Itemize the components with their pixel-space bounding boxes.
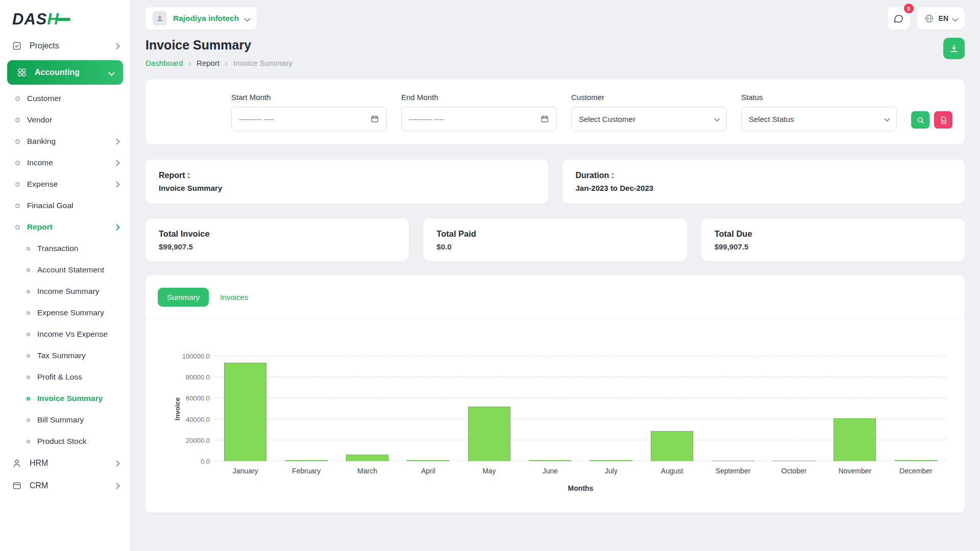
sidebar-item-expense[interactable]: Expense (0, 173, 130, 195)
sidebar-item-financial-goal[interactable]: Finacial Goal (0, 195, 130, 216)
bar-august[interactable] (651, 431, 693, 461)
users-icon (11, 458, 22, 469)
bar-may[interactable] (468, 407, 510, 461)
bar-july[interactable] (590, 460, 632, 461)
bar-april[interactable] (407, 460, 449, 461)
sidebar-item-invoice-summary[interactable]: Invoice Summary (0, 388, 130, 409)
bar-march[interactable] (346, 455, 388, 461)
breadcrumb-report[interactable]: Report (197, 59, 219, 67)
workspace-selector[interactable]: Rajodiya infotech (145, 7, 257, 30)
sidebar-item-account-statement[interactable]: Account Statement (0, 259, 130, 281)
x-tick-label: March (337, 467, 398, 475)
x-axis-title: Months (215, 484, 946, 492)
y-tick-label: 80000.0 (171, 373, 210, 381)
breadcrumb-dashboard[interactable]: Dashboard (145, 59, 183, 67)
duration-value: Jan-2023 to Dec-2023 (576, 184, 952, 192)
bar-slot (276, 356, 336, 461)
end-month-group: End Month --------- ---- (401, 93, 557, 131)
chevron-down-icon (952, 15, 959, 22)
language-label: EN (939, 14, 948, 22)
sidebar-item-crm[interactable]: CRM (0, 474, 130, 497)
end-month-input[interactable]: --------- ---- (401, 107, 557, 131)
end-month-label: End Month (401, 93, 557, 102)
bar-october[interactable] (773, 461, 815, 461)
sidebar-item-product-stock[interactable]: Product Stock (0, 431, 130, 452)
breadcrumb-current: Invoice Summary (233, 59, 292, 67)
status-select[interactable]: Select Status (741, 107, 897, 131)
sidebar-item-income-summary[interactable]: Income Summary (0, 281, 130, 302)
sidebar-item-transaction[interactable]: Transaction (0, 238, 130, 259)
brand-logo[interactable]: DASH (0, 0, 130, 35)
sidebar-item-profit-loss[interactable]: Profit & Loss (0, 366, 130, 388)
sidebar-item-customer[interactable]: Customer (0, 88, 130, 109)
sidebar-item-label: Customer (27, 94, 61, 103)
filter-buttons (911, 111, 952, 129)
sidebar-item-income-vs-expense[interactable]: Income Vs Expense (0, 323, 130, 345)
sidebar-item-banking[interactable]: Banking (0, 131, 130, 152)
bar-slot (520, 356, 580, 461)
sidebar-item-bill-summary[interactable]: Bill Summary (0, 409, 130, 431)
bar-january[interactable] (224, 363, 266, 461)
bar-slot (215, 356, 276, 461)
sidebar-item-vendor[interactable]: Vendor (0, 109, 130, 131)
sidebar-item-hrm[interactable]: HRM (0, 452, 130, 474)
sidebar-item-projects[interactable]: Projects (0, 35, 130, 57)
sidebar-item-label: Expense (27, 180, 58, 189)
x-tick-label: April (398, 467, 458, 475)
tab-summary[interactable]: Summary (158, 288, 209, 307)
bullet-icon (15, 225, 20, 230)
stat-value: $0.0 (436, 242, 673, 251)
x-tick-label: December (886, 467, 946, 475)
bar-slot (642, 356, 702, 461)
search-icon (916, 116, 925, 124)
x-tick-label: August (642, 467, 702, 475)
bullet-icon (15, 161, 20, 165)
status-label: Status (741, 93, 897, 102)
sidebar-item-accounting[interactable]: Accounting (7, 60, 123, 85)
y-tick-label: 20000.0 (171, 436, 210, 444)
total-due-card: Total Due $99,907.5 (701, 219, 965, 261)
bar-september[interactable] (712, 461, 754, 461)
sidebar-item-label: Expense Summary (37, 308, 104, 317)
sidebar-item-label: Accounting (35, 68, 80, 77)
window-icon (11, 480, 22, 491)
page-header: Invoice Summary Dashboard › Report › Inv… (145, 38, 965, 67)
sidebar-item-income[interactable]: Income (0, 152, 130, 173)
download-icon (949, 43, 959, 54)
bar-november[interactable] (834, 418, 876, 461)
tab-invoices[interactable]: Invoices (218, 288, 250, 307)
chevron-down-icon (108, 69, 115, 76)
bar-february[interactable] (285, 460, 328, 461)
start-month-group: Start Month --------- ---- (231, 93, 387, 131)
sidebar-item-tax-summary[interactable]: Tax Summary (0, 345, 130, 366)
main-content: Rajodiya infotech 0 EN Invoice Summary D… (130, 0, 980, 528)
header-actions: 0 EN (888, 7, 965, 30)
page-title: Invoice Summary (145, 38, 292, 53)
chevron-right-icon (113, 138, 120, 145)
status-group: Status Select Status (741, 93, 897, 131)
apply-filter-button[interactable] (911, 111, 929, 129)
chart-tabs: Summary Invoices (145, 288, 965, 318)
reset-filter-button[interactable] (934, 111, 952, 129)
filter-panel: Start Month --------- ---- End Month ---… (145, 80, 965, 144)
sidebar-item-report[interactable]: Report (0, 216, 130, 238)
download-button[interactable] (943, 38, 965, 59)
logo-text: DAS (12, 10, 47, 28)
bar-june[interactable] (529, 460, 571, 461)
accounting-submenu: Customer Vendor Banking Income Expense F… (0, 88, 130, 238)
messages-button[interactable]: 0 (888, 7, 910, 30)
y-tick-label: 40000.0 (171, 415, 210, 423)
sidebar-item-label: Income Summary (37, 287, 99, 296)
bullet-icon (15, 96, 20, 101)
report-submenu: Transaction Account Statement Income Sum… (0, 238, 130, 452)
sidebar-item-expense-summary[interactable]: Expense Summary (0, 302, 130, 323)
start-month-value: --------- ---- (239, 115, 274, 123)
file-x-icon (939, 116, 948, 124)
chevron-right-icon (113, 43, 120, 49)
start-month-input[interactable]: --------- ---- (231, 107, 387, 131)
grid-icon (16, 67, 28, 78)
language-selector[interactable]: EN (917, 7, 965, 30)
customer-select[interactable]: Select Customer (571, 107, 727, 131)
calendar-icon (370, 114, 379, 123)
bar-december[interactable] (895, 460, 937, 461)
